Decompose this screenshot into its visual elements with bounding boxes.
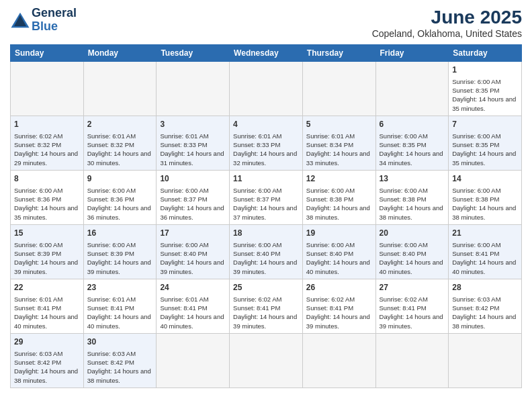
day-number: 15: [14, 228, 80, 239]
day-number: 7: [452, 119, 518, 130]
header: General Blue June 2025 Copeland, Oklahom…: [10, 7, 522, 39]
calendar-day: [302, 62, 375, 116]
day-info: Sunrise: 6:01 AMSunset: 8:41 PMDaylight:…: [14, 295, 80, 330]
calendar-day: 21Sunrise: 6:00 AMSunset: 8:41 PMDayligh…: [449, 224, 522, 279]
calendar-header-row: SundayMondayTuesdayWednesdayThursdayFrid…: [11, 45, 522, 62]
calendar-week-2: 1Sunrise: 6:02 AMSunset: 8:32 PMDaylight…: [11, 116, 522, 170]
calendar-day: 14Sunrise: 6:00 AMSunset: 8:38 PMDayligh…: [449, 170, 522, 224]
day-info: Sunrise: 6:03 AMSunset: 8:42 PMDaylight:…: [14, 349, 80, 385]
day-header-monday: Monday: [83, 45, 157, 62]
calendar-day: 18Sunrise: 6:00 AMSunset: 8:40 PMDayligh…: [230, 224, 303, 279]
day-info: Sunrise: 6:01 AMSunset: 8:41 PMDaylight:…: [87, 295, 153, 330]
logo-icon: [10, 10, 30, 30]
calendar-day: 16Sunrise: 6:00 AMSunset: 8:39 PMDayligh…: [83, 224, 157, 279]
day-number: 6: [380, 119, 445, 130]
day-info: Sunrise: 6:01 AMSunset: 8:33 PMDaylight:…: [233, 132, 299, 167]
calendar-week-1: 1Sunrise: 6:00 AMSunset: 8:35 PMDaylight…: [11, 62, 522, 116]
day-info: Sunrise: 6:00 AMSunset: 8:36 PMDaylight:…: [87, 186, 153, 222]
calendar-day: [230, 62, 303, 116]
day-number: 17: [160, 228, 226, 239]
calendar-day: 5Sunrise: 6:01 AMSunset: 8:34 PMDaylight…: [302, 116, 375, 170]
day-number: 25: [233, 282, 299, 293]
day-header-sunday: Sunday: [11, 45, 84, 62]
day-number: 10: [160, 173, 226, 185]
calendar-day: 4Sunrise: 6:01 AMSunset: 8:33 PMDaylight…: [230, 116, 303, 170]
day-info: Sunrise: 6:02 AMSunset: 8:41 PMDaylight:…: [306, 295, 372, 330]
calendar-day: [157, 62, 230, 116]
calendar-week-3: 8Sunrise: 6:00 AMSunset: 8:36 PMDaylight…: [11, 170, 522, 224]
day-number: 1: [14, 119, 80, 130]
day-number: 26: [306, 282, 372, 293]
day-number: 19: [306, 228, 372, 239]
calendar-day: [302, 333, 375, 387]
day-info: Sunrise: 6:00 AMSunset: 8:38 PMDaylight:…: [306, 186, 372, 222]
calendar-day: [375, 62, 449, 116]
day-info: Sunrise: 6:00 AMSunset: 8:36 PMDaylight:…: [14, 186, 80, 222]
title-area: June 2025 Copeland, Oklahoma, United Sta…: [372, 7, 522, 39]
calendar-day: 25Sunrise: 6:02 AMSunset: 8:41 PMDayligh…: [230, 279, 303, 333]
calendar-day: 17Sunrise: 6:00 AMSunset: 8:40 PMDayligh…: [157, 224, 230, 279]
day-info: Sunrise: 6:00 AMSunset: 8:40 PMDaylight:…: [233, 240, 299, 276]
day-number: 23: [87, 282, 153, 293]
day-info: Sunrise: 6:00 AMSunset: 8:37 PMDaylight:…: [233, 186, 299, 222]
calendar-day: 20Sunrise: 6:00 AMSunset: 8:40 PMDayligh…: [375, 224, 449, 279]
day-info: Sunrise: 6:03 AMSunset: 8:42 PMDaylight:…: [452, 295, 518, 330]
day-number: 13: [380, 173, 445, 185]
day-header-wednesday: Wednesday: [230, 45, 303, 62]
day-info: Sunrise: 6:00 AMSunset: 8:38 PMDaylight:…: [452, 186, 518, 222]
calendar-day: [230, 333, 303, 387]
calendar-day: 1Sunrise: 6:00 AMSunset: 8:35 PMDaylight…: [449, 62, 522, 116]
day-info: Sunrise: 6:03 AMSunset: 8:42 PMDaylight:…: [87, 349, 153, 385]
calendar-day: 30Sunrise: 6:03 AMSunset: 8:42 PMDayligh…: [83, 333, 157, 387]
day-number: 14: [452, 173, 518, 185]
day-number: 30: [87, 336, 153, 348]
day-header-thursday: Thursday: [302, 45, 375, 62]
calendar-day: [375, 333, 449, 387]
day-header-tuesday: Tuesday: [157, 45, 230, 62]
logo: General Blue: [10, 7, 77, 34]
day-info: Sunrise: 6:00 AMSunset: 8:35 PMDaylight:…: [452, 77, 518, 113]
day-number: 9: [87, 173, 153, 185]
day-info: Sunrise: 6:00 AMSunset: 8:35 PMDaylight:…: [380, 132, 445, 167]
calendar-day: 28Sunrise: 6:03 AMSunset: 8:42 PMDayligh…: [449, 279, 522, 333]
logo-text: General Blue: [32, 7, 77, 34]
calendar-day: 15Sunrise: 6:00 AMSunset: 8:39 PMDayligh…: [11, 224, 84, 279]
calendar-day: 3Sunrise: 6:01 AMSunset: 8:33 PMDaylight…: [157, 116, 230, 170]
calendar-day: 23Sunrise: 6:01 AMSunset: 8:41 PMDayligh…: [83, 279, 157, 333]
day-number: 4: [233, 119, 299, 130]
day-number: 8: [14, 173, 80, 185]
day-number: 18: [233, 228, 299, 239]
day-number: 22: [14, 282, 80, 293]
calendar-day: [83, 62, 157, 116]
day-number: 28: [452, 282, 518, 293]
calendar-table: SundayMondayTuesdayWednesdayThursdayFrid…: [10, 44, 522, 388]
day-number: 27: [380, 282, 445, 293]
day-info: Sunrise: 6:02 AMSunset: 8:41 PMDaylight:…: [380, 295, 445, 330]
day-number: 12: [306, 173, 372, 185]
day-number: 21: [452, 228, 518, 239]
calendar-day: 13Sunrise: 6:00 AMSunset: 8:38 PMDayligh…: [375, 170, 449, 224]
day-info: Sunrise: 6:02 AMSunset: 8:41 PMDaylight:…: [233, 295, 299, 330]
calendar-day: 27Sunrise: 6:02 AMSunset: 8:41 PMDayligh…: [375, 279, 449, 333]
day-number: 3: [160, 119, 226, 130]
calendar-day: [11, 62, 84, 116]
calendar-day: 19Sunrise: 6:00 AMSunset: 8:40 PMDayligh…: [302, 224, 375, 279]
day-number: 1: [452, 64, 518, 76]
day-info: Sunrise: 6:01 AMSunset: 8:32 PMDaylight:…: [87, 132, 153, 167]
calendar-day: 29Sunrise: 6:03 AMSunset: 8:42 PMDayligh…: [11, 333, 84, 387]
main-title: June 2025: [372, 7, 522, 28]
calendar-day: 26Sunrise: 6:02 AMSunset: 8:41 PMDayligh…: [302, 279, 375, 333]
day-header-saturday: Saturday: [449, 45, 522, 62]
day-number: 2: [87, 119, 153, 130]
day-number: 20: [380, 228, 445, 239]
day-number: 11: [233, 173, 299, 185]
day-info: Sunrise: 6:00 AMSunset: 8:40 PMDaylight:…: [160, 240, 226, 276]
day-number: 5: [306, 119, 372, 130]
day-info: Sunrise: 6:01 AMSunset: 8:33 PMDaylight:…: [160, 132, 226, 167]
subtitle: Copeland, Oklahoma, United States: [372, 28, 522, 39]
day-header-friday: Friday: [375, 45, 449, 62]
day-number: 24: [160, 282, 226, 293]
day-info: Sunrise: 6:02 AMSunset: 8:32 PMDaylight:…: [14, 132, 80, 167]
day-info: Sunrise: 6:00 AMSunset: 8:39 PMDaylight:…: [14, 240, 80, 276]
day-info: Sunrise: 6:00 AMSunset: 8:35 PMDaylight:…: [452, 132, 518, 167]
